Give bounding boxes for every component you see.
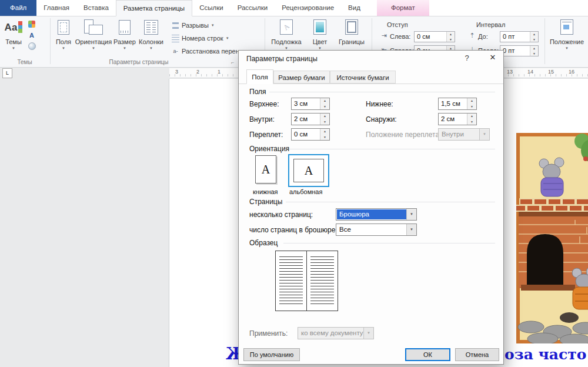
space-before-spinner[interactable]: ▲ ▼ — [530, 32, 538, 42]
gutter-value[interactable]: 0 см — [294, 131, 308, 138]
dialog-launcher-icon[interactable]: ⌐ — [231, 59, 234, 65]
margin-inside-value[interactable]: 2 см — [294, 115, 308, 122]
spin-up-icon[interactable]: ▲ — [467, 98, 476, 104]
dropdown-arrow-icon[interactable]: ▼ — [406, 224, 416, 235]
tab-references[interactable]: Ссылки — [192, 0, 230, 16]
spin-down-icon[interactable]: ▼ — [467, 119, 476, 125]
gutter-field[interactable]: 0 см ▲ ▼ — [291, 128, 330, 141]
margin-inside-field[interactable]: 2 см ▲ ▼ — [291, 113, 330, 125]
themes-icon: Аа — [5, 21, 23, 33]
orientation-icon — [84, 19, 103, 35]
theme-colors-button[interactable] — [26, 19, 37, 29]
tab-mailings[interactable]: Рассылки — [230, 0, 275, 16]
watermark-icon: А — [280, 19, 293, 35]
orientation-portrait-option[interactable]: A — [255, 155, 276, 184]
chevron-down-icon: ▼ — [565, 46, 569, 50]
dialog-tab-margins[interactable]: Поля — [246, 69, 273, 84]
themes-button[interactable]: Аа Темы ▼ — [2, 18, 25, 58]
theme-fonts-button[interactable]: А — [26, 30, 37, 40]
spin-up-icon[interactable]: ▲ — [467, 114, 476, 119]
indent-left-field[interactable]: 0 см ▲ ▼ — [414, 31, 455, 42]
multiple-pages-value[interactable]: Брошюра — [337, 209, 406, 219]
spin-up-icon[interactable]: ▲ — [447, 32, 455, 37]
tab-insert[interactable]: Вставка — [76, 0, 116, 16]
default-button[interactable]: По умолчанию — [243, 348, 300, 361]
margin-outside-spinner[interactable]: ▲ ▼ — [467, 114, 476, 125]
spin-down-icon[interactable]: ▼ — [530, 51, 538, 56]
margin-bottom-field[interactable]: 1,5 см ▲ ▼ — [438, 98, 477, 110]
spin-up-icon[interactable]: ▲ — [530, 46, 538, 51]
dropdown-arrow-icon: ▼ — [363, 328, 373, 339]
portrait-page-icon: A — [262, 163, 270, 176]
cancel-button[interactable]: Отмена — [455, 348, 499, 361]
page-size-icon — [119, 20, 131, 35]
spin-up-icon[interactable]: ▲ — [320, 114, 329, 119]
breaks-button[interactable]: Разрывы ▼ — [172, 20, 215, 31]
tab-format-contextual[interactable]: Формат — [377, 0, 429, 16]
margin-top-field[interactable]: 3 см ▲ ▼ — [291, 98, 330, 110]
margin-inside-spinner[interactable]: ▲ ▼ — [320, 114, 329, 125]
line-numbers-icon — [172, 35, 179, 42]
margin-top-value[interactable]: 3 см — [294, 100, 308, 107]
space-before-value[interactable]: 0 пт — [503, 33, 514, 40]
tab-view[interactable]: Вид — [341, 0, 368, 16]
book-illustration-image — [516, 133, 588, 343]
page-borders-label: Границы — [339, 38, 365, 45]
margin-outside-field[interactable]: 2 см ▲ ▼ — [438, 113, 477, 125]
orientation-landscape-option[interactable]: A — [288, 154, 329, 187]
space-after-field[interactable]: 0 пт ▲ ▼ — [500, 45, 539, 56]
spin-down-icon[interactable]: ▼ — [320, 104, 329, 110]
orientation-button-label: Ориентация — [75, 38, 112, 45]
margin-bottom-spinner[interactable]: ▲ ▼ — [467, 98, 476, 109]
chevron-down-icon: ▼ — [211, 24, 215, 27]
tab-home[interactable]: Главная — [36, 0, 76, 16]
margin-outside-value[interactable]: 2 см — [441, 115, 455, 122]
breaks-icon — [172, 22, 179, 29]
gutter-spinner[interactable]: ▲ ▼ — [320, 129, 329, 140]
indent-left-spinner[interactable]: ▲ ▼ — [446, 32, 455, 42]
tab-stop-selector[interactable]: L — [2, 68, 12, 78]
pages-per-booklet-combo[interactable]: Все ▼ — [336, 223, 417, 236]
columns-button[interactable]: Колонки ▼ — [138, 18, 165, 58]
dialog-tab-paper-source[interactable]: Источник бумаги — [330, 71, 396, 84]
space-after-value[interactable]: 0 пт — [503, 47, 514, 54]
size-button[interactable]: Размер ▼ — [113, 18, 136, 58]
spin-up-icon[interactable]: ▲ — [320, 98, 329, 104]
margin-top-spinner[interactable]: ▲ ▼ — [320, 98, 329, 109]
group-line — [286, 202, 495, 202]
dropdown-arrow-icon[interactable]: ▼ — [406, 209, 416, 220]
space-before-field[interactable]: 0 пт ▲ ▼ — [500, 31, 539, 42]
preview-text-lines — [279, 256, 303, 305]
tab-review[interactable]: Рецензирование — [275, 0, 341, 16]
indent-left-value[interactable]: 0 см — [417, 33, 430, 40]
close-icon[interactable]: ✕ — [486, 53, 500, 62]
multiple-pages-combo[interactable]: Брошюра ▼ — [336, 208, 417, 221]
ribbon-tab-bar: Файл Главная Вставка Разметка страницы С… — [0, 0, 588, 16]
margins-icon — [58, 20, 69, 35]
spin-down-icon[interactable]: ▼ — [530, 37, 538, 42]
margins-button[interactable]: Поля ▼ — [53, 18, 74, 58]
help-button[interactable]: ? — [461, 54, 473, 62]
spin-down-icon[interactable]: ▼ — [467, 104, 476, 110]
spin-up-icon[interactable]: ▲ — [530, 32, 538, 37]
spin-down-icon[interactable]: ▼ — [447, 37, 455, 42]
position-button[interactable]: Положение ▼ — [548, 18, 586, 58]
spin-up-icon[interactable]: ▲ — [320, 129, 329, 135]
pages-per-booklet-value[interactable]: Все — [337, 225, 406, 235]
line-numbers-button[interactable]: Номера строк ▼ — [172, 33, 229, 44]
spin-down-icon[interactable]: ▼ — [320, 135, 329, 141]
tab-page-layout[interactable]: Разметка страницы — [116, 0, 192, 16]
dialog-tab-paper-size[interactable]: Размер бумаги — [273, 71, 330, 84]
tab-file[interactable]: Файл — [0, 0, 36, 16]
ok-button[interactable]: ОК — [405, 348, 450, 361]
preview-text-lines — [310, 256, 334, 305]
ruler-number: 3 — [175, 69, 178, 75]
orientation-button[interactable]: Ориентация ▼ — [75, 18, 112, 58]
spin-down-icon[interactable]: ▼ — [320, 119, 329, 125]
space-after-spinner[interactable]: ▲ ▼ — [530, 46, 538, 56]
margin-bottom-value[interactable]: 1,5 см — [441, 100, 460, 107]
theme-effects-button[interactable] — [26, 41, 37, 51]
dialog-title: Параметры страницы — [246, 55, 318, 63]
chevron-down-icon: ▼ — [62, 46, 65, 50]
line-numbers-label: Номера строк — [182, 35, 223, 42]
